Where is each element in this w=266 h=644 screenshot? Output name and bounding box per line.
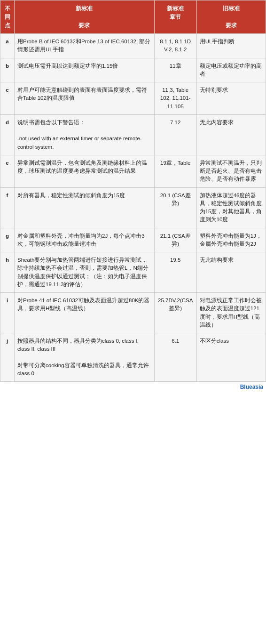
cell-old-req: 加热液体超过46度的器具，稳定性测试倾斜角度为15度，对其他器具，角度则为10度 [196, 187, 266, 228]
table-row: hSheath要分别与加热管两端进行短接进行异常测试，除非持续加热不会过温，否则… [0, 252, 266, 293]
cell-new-req: 对用户可能无意触碰到的表面有表面温度要求，需符合Table 102的温度限值 [15, 82, 155, 115]
cell-new-section: 8.1.1, 8.1.1D V.2, 8.1.2 [154, 34, 196, 58]
cell-new-req: 异常测试需测温升，包含测试角及测绝缘材料上的温度，球压测试的温度要考虑异常测试的… [15, 155, 155, 187]
header-old-req: 旧标准 要求 [196, 0, 266, 34]
cell-point: g [0, 228, 15, 252]
cell-old-req: 无此结构要求 [196, 252, 266, 293]
cell-new-section: 6.1 [154, 333, 196, 382]
cell-point: i [0, 293, 15, 333]
table-row: a用Probe B of IEC 60132和Probe 13 of IEC 6… [0, 34, 266, 58]
cell-new-req: Sheath要分别与加热管两端进行短接进行异常测试，除非持续加热不会过温，否则，… [15, 252, 155, 293]
header-new-section: 新标准 章节 [154, 0, 196, 34]
table-row: b测试电压需升高以达到额定功率的1.15倍11章额定电压或额定功率的高者 [0, 58, 266, 82]
cell-new-section: 25.7DV.2(CSA差异) [154, 293, 196, 333]
table-row: c对用户可能无意触碰到的表面有表面温度要求，需符合Table 102的温度限值1… [0, 82, 266, 115]
cell-point: e [0, 155, 15, 187]
table-row: d说明书需包含以下警告语： -not used with an external… [0, 114, 266, 155]
cell-new-req: 说明书需包含以下警告语： -not used with an external … [15, 114, 155, 155]
cell-point: h [0, 252, 15, 293]
table-row: g对金属和塑料外壳，冲击能量均为2J，每个点冲击3次，可能钢球冲击或能量锤冲击2… [0, 228, 266, 252]
cell-new-section: 19章，Table [154, 155, 196, 187]
cell-point: j [0, 333, 15, 382]
cell-point: c [0, 82, 15, 115]
table-row: f对所有器具，稳定性测试的倾斜角度为15度20.1 (CSA差异)加热液体超过4… [0, 187, 266, 228]
cell-new-req: 对所有器具，稳定性测试的倾斜角度为15度 [15, 187, 155, 228]
cell-new-section: 11章 [154, 58, 196, 82]
cell-old-req: 不区分class [196, 333, 266, 382]
brand-footer: Blueasia [0, 382, 266, 392]
cell-new-req: 对Probe 41 of IEC 61032可触及表面温升超过80K的器具，要求… [15, 293, 155, 333]
table-row: i对Probe 41 of IEC 61032可触及表面温升超过80K的器具，要… [0, 293, 266, 333]
cell-new-req: 用Probe B of IEC 60132和Probe 13 of IEC 60… [15, 34, 155, 58]
cell-old-req: 无特别要求 [196, 82, 266, 115]
cell-new-section: 20.1 (CSA差异) [154, 187, 196, 228]
cell-new-req: 按照器具的结构不同，器具分类为class 0, class I, class I… [15, 333, 155, 382]
cell-new-section: 7.12 [154, 114, 196, 155]
cell-point: f [0, 187, 15, 228]
table-row: j按照器具的结构不同，器具分类为class 0, class I, class … [0, 333, 266, 382]
cell-new-section: 19.5 [154, 252, 196, 293]
cell-old-req: 对电源线正常工作时会被触及的表面温度超过121度时，要求用H型线（高温线） [196, 293, 266, 333]
cell-point: d [0, 114, 15, 155]
cell-old-req: 无此内容要求 [196, 114, 266, 155]
cell-old-req: 额定电压或额定功率的高者 [196, 58, 266, 82]
cell-new-section: 11.3, Table 102, 11.101-11.105 [154, 82, 196, 115]
table-row: e异常测试需测温升，包含测试角及测绝缘材料上的温度，球压测试的温度要考虑异常测试… [0, 155, 266, 187]
cell-new-req: 对金属和塑料外壳，冲击能量均为2J，每个点冲击3次，可能钢球冲击或能量锤冲击 [15, 228, 155, 252]
cell-old-req: 用UL手指判断 [196, 34, 266, 58]
cell-old-req: 异常测试不测温升，只判断是否起火、是否有电击危险、是否有动件暴露 [196, 155, 266, 187]
cell-old-req: 塑料外壳冲击能量为1J，金属外壳冲击能量为2J [196, 228, 266, 252]
cell-new-section: 21.1 (CSA差异) [154, 228, 196, 252]
cell-point: a [0, 34, 15, 58]
cell-new-req: 测试电压需升高以达到额定功率的1.15倍 [15, 58, 155, 82]
header-new-req: 新标准 要求 [15, 0, 155, 34]
cell-point: b [0, 58, 15, 82]
header-point: 不同 点 [0, 0, 15, 34]
